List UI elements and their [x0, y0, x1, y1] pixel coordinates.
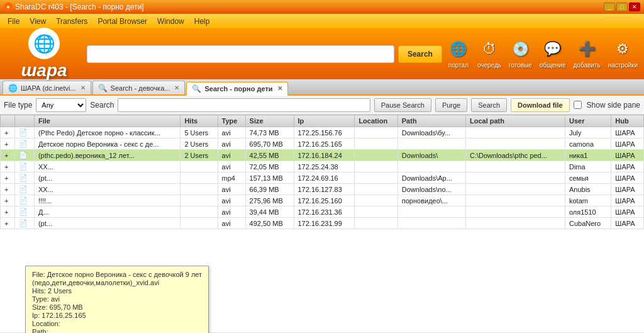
menu-file[interactable]: File: [3, 16, 25, 27]
cell-file: (pt...: [34, 218, 180, 229]
tooltip-file: File: Детское порно Вероника - секс с де…: [32, 271, 202, 278]
col-hits[interactable]: Hits: [180, 115, 218, 127]
search-button[interactable]: Search: [471, 98, 507, 112]
cell-local-path: [466, 172, 565, 184]
cell-location: [355, 218, 397, 229]
tab-search1[interactable]: 🔍 Search - девочка... ✕: [92, 81, 186, 94]
cell-ip: 172.16.25.160: [294, 195, 355, 206]
cell-path: [397, 206, 465, 218]
col-hub[interactable]: Hub: [611, 115, 644, 127]
cell-file: !!!!...: [34, 195, 180, 206]
cell-type: avi: [218, 138, 245, 150]
show-side-pane-checkbox[interactable]: [574, 101, 582, 109]
cell-local-path: [466, 195, 565, 206]
app-logo: 🌐 шара: [6, 33, 82, 76]
cell-path: Downloads\Ар...: [397, 172, 465, 184]
cell-path: Downloads\: [397, 150, 465, 161]
cell-location: [355, 172, 397, 184]
table-row[interactable]: +📄(pt...mp4157,13 MB172.24.69.16Download…: [1, 172, 644, 184]
cell-location: [355, 206, 397, 218]
download-file-button[interactable]: Download file: [511, 98, 570, 112]
chat-button[interactable]: 💬 общение: [540, 38, 566, 69]
menu-portal-browser[interactable]: Portal Browser: [92, 16, 152, 27]
cell-local-path: [466, 206, 565, 218]
col-size[interactable]: Size: [245, 115, 294, 127]
table-row[interactable]: +📄!!!!...avi275,96 MB172.16.25.160порнов…: [1, 195, 644, 206]
close-button[interactable]: ✕: [629, 3, 640, 11]
tab-search1-close[interactable]: ✕: [174, 84, 179, 91]
tab-search2-label: Search - порно дети: [204, 85, 272, 93]
add-button[interactable]: ➕ добавить: [574, 38, 601, 69]
title-bar: ● SharaDC r403 - [Search - порно дети] _…: [0, 0, 644, 14]
cell-local-path: [466, 138, 565, 150]
col-type[interactable]: Type: [218, 115, 245, 127]
table-row[interactable]: +📄(pt...avi492,50 MB172.16.231.99CubaNer…: [1, 218, 644, 229]
cell-user: CubaNero: [565, 218, 611, 229]
cell-ip: 172.25.24.38: [294, 161, 355, 172]
col-location[interactable]: Location: [355, 115, 397, 127]
table-row[interactable]: +📄(Pthc Pedo) Детское порно - классик...…: [1, 127, 644, 138]
tab-search1-icon: 🔍: [98, 84, 108, 93]
cell-file: Д...: [34, 206, 180, 218]
file-type-select[interactable]: Any: [36, 98, 86, 112]
tooltip-size: Size: 695,70 MB: [32, 303, 202, 311]
cell-location: [355, 127, 397, 138]
cell-icon: 📄: [14, 138, 34, 150]
tooltip-ip: Ip: 172.16.25.165: [32, 312, 202, 319]
settings-button[interactable]: ⚙ настройки: [608, 38, 638, 69]
col-file[interactable]: File: [34, 115, 180, 127]
chat-label: общение: [540, 62, 566, 69]
search-input[interactable]: [118, 98, 370, 112]
cell-hub: ШАРА: [611, 172, 644, 184]
cell-hub: ШАРА: [611, 127, 644, 138]
tab-shara[interactable]: 🌐 ШАРА (dc.inetvi... ✕: [3, 81, 91, 94]
tab-shara-close[interactable]: ✕: [80, 84, 86, 91]
tab-search2[interactable]: 🔍 Search - порно дети ✕: [186, 82, 287, 96]
cell-location: [355, 161, 397, 172]
maximize-button[interactable]: □: [616, 3, 628, 11]
menu-transfers[interactable]: Transfers: [51, 16, 92, 27]
table-row[interactable]: +📄ХХ...avi66,39 MB172.16.127.83Downloads…: [1, 184, 644, 195]
search-controls-bar: File type Any Search Pause Search Purge …: [0, 96, 644, 115]
ready-button[interactable]: 💿 готовые: [509, 38, 532, 69]
col-user[interactable]: User: [565, 115, 611, 127]
toolbar-search-button[interactable]: Search: [398, 45, 442, 63]
cell-hits: 2 Users: [180, 138, 218, 150]
tooltip-hits: Hits: 2 Users: [32, 287, 202, 295]
cell-hub: ШАРА: [611, 138, 644, 150]
cell-hub: ШАРА: [611, 195, 644, 206]
cell-ip: 172.16.25.165: [294, 138, 355, 150]
cell-icon: 📄: [14, 172, 34, 184]
add-icon: ➕: [575, 38, 598, 60]
table-row[interactable]: +📄ХХ...avi72,05 MB172.25.24.38DimaШАРА: [1, 161, 644, 172]
cell-user: camona: [565, 138, 611, 150]
cell-local-path: [466, 127, 565, 138]
toolbar-search-input[interactable]: [87, 45, 394, 63]
portal-button[interactable]: 🌐 портал: [447, 38, 470, 69]
col-path[interactable]: Path: [397, 115, 465, 127]
cell-user: kotam: [565, 195, 611, 206]
tab-search2-close[interactable]: ✕: [277, 85, 282, 92]
menu-view[interactable]: View: [25, 16, 51, 27]
ready-icon: 💿: [509, 38, 531, 60]
table-row[interactable]: +📄Д...avi39,44 MB172.16.231.36оля1510ШАР…: [1, 206, 644, 218]
purge-button[interactable]: Purge: [435, 98, 467, 112]
cell-file: ХХ...: [34, 161, 180, 172]
cell-type: avi: [218, 218, 245, 229]
cell-size: 42,55 MB: [245, 150, 294, 161]
minimize-button[interactable]: _: [604, 3, 615, 11]
menu-help[interactable]: Help: [189, 16, 215, 27]
cell-size: 275,96 MB: [245, 195, 294, 206]
table-row[interactable]: +📄Детское порно Вероника - секс с де...2…: [1, 138, 644, 150]
menu-window[interactable]: Window: [152, 16, 189, 27]
app-icon: ●: [4, 3, 13, 11]
cell-ip: 172.16.184.24: [294, 150, 355, 161]
pause-search-button[interactable]: Pause Search: [374, 98, 431, 112]
col-local-path[interactable]: Local path: [466, 115, 565, 127]
cell-hub: ШАРА: [611, 184, 644, 195]
cell-expand: +: [1, 150, 15, 161]
queue-button[interactable]: ⏱ очередь: [477, 38, 501, 69]
cell-location: [355, 195, 397, 206]
col-ip[interactable]: Ip: [294, 115, 355, 127]
table-row[interactable]: +📄(pthc.pedo).вероника_12 лет...2 Usersa…: [1, 150, 644, 161]
